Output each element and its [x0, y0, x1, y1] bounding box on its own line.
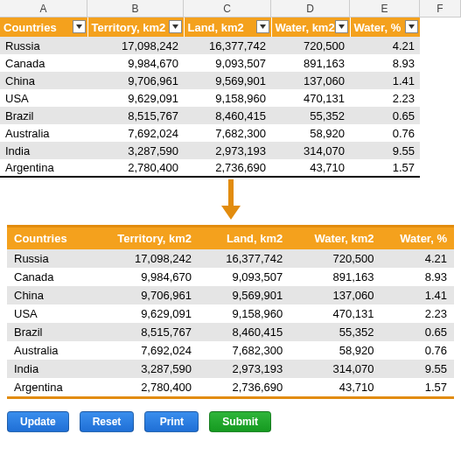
- cell-water[interactable]: 58,920: [271, 124, 350, 142]
- update-button[interactable]: Update: [7, 411, 69, 432]
- cell-land[interactable]: 9,569,901: [184, 72, 271, 89]
- cell-land[interactable]: 9,158,960: [184, 89, 271, 107]
- cell-land[interactable]: 8,460,415: [184, 107, 271, 124]
- cell-territory[interactable]: 9,629,091: [87, 89, 184, 107]
- cell-water-pct[interactable]: 8.93: [350, 54, 420, 72]
- cell-land[interactable]: 2,736,690: [199, 378, 290, 396]
- col-header-c[interactable]: C: [184, 0, 271, 17]
- header-land[interactable]: Land, km2: [184, 18, 271, 37]
- table-row[interactable]: Canada9,984,6709,093,507891,1638.93: [0, 54, 420, 72]
- cell-water[interactable]: 720,500: [271, 37, 350, 54]
- table-row[interactable]: India3,287,5902,973,193314,0709.55: [0, 142, 420, 159]
- table-row[interactable]: USA9,629,0919,158,960470,1312.23: [0, 89, 420, 107]
- cell-water[interactable]: 314,070: [290, 360, 381, 378]
- cell-water-pct[interactable]: 0.76: [350, 124, 420, 142]
- cell-country[interactable]: USA: [7, 304, 98, 323]
- cell-country[interactable]: Russia: [0, 37, 87, 54]
- filter-dropdown-icon[interactable]: [256, 20, 269, 33]
- cell-country[interactable]: Australia: [0, 124, 87, 142]
- cell-country[interactable]: Argentina: [0, 159, 87, 177]
- cell-water-pct[interactable]: 1.41: [381, 286, 454, 304]
- table-row[interactable]: China9,706,9619,569,901137,0601.41: [7, 286, 454, 304]
- cell-territory[interactable]: 9,984,670: [98, 268, 199, 286]
- table-row[interactable]: Canada9,984,6709,093,507891,1638.93: [7, 268, 454, 286]
- cell-water-pct[interactable]: 9.55: [350, 142, 420, 159]
- header-water[interactable]: Water, km2: [271, 18, 350, 37]
- cell-water[interactable]: 137,060: [290, 286, 381, 304]
- table-row[interactable]: Australia7,692,0247,682,30058,9200.76: [7, 341, 454, 360]
- cell-land[interactable]: 16,377,742: [184, 37, 271, 54]
- cell-country[interactable]: Canada: [7, 268, 98, 286]
- cell-land[interactable]: 7,682,300: [184, 124, 271, 142]
- col-header-e[interactable]: E: [350, 0, 420, 17]
- filter-dropdown-icon[interactable]: [335, 20, 348, 33]
- cell-water[interactable]: 55,352: [290, 323, 381, 341]
- cell-water[interactable]: 58,920: [290, 341, 381, 360]
- cell-territory[interactable]: 3,287,590: [87, 142, 184, 159]
- filter-dropdown-icon[interactable]: [73, 20, 86, 33]
- cell-water-pct[interactable]: 1.41: [350, 72, 420, 89]
- cell-water-pct[interactable]: 2.23: [381, 304, 454, 323]
- cell-water[interactable]: 55,352: [271, 107, 350, 124]
- cell-territory[interactable]: 17,098,242: [98, 249, 199, 268]
- cell-water[interactable]: 891,163: [290, 268, 381, 286]
- cell-land[interactable]: 2,736,690: [184, 159, 271, 177]
- table-row[interactable]: Russia17,098,24216,377,742720,5004.21: [7, 249, 454, 268]
- col-header-f[interactable]: F: [420, 0, 461, 17]
- cell-country[interactable]: Russia: [7, 249, 98, 268]
- cell-territory[interactable]: 9,706,961: [87, 72, 184, 89]
- cell-land[interactable]: 9,093,507: [199, 268, 290, 286]
- cell-water[interactable]: 470,131: [290, 304, 381, 323]
- table-row[interactable]: Brazil8,515,7678,460,41555,3520.65: [0, 107, 420, 124]
- cell-country[interactable]: China: [0, 72, 87, 89]
- cell-water-pct[interactable]: 0.65: [381, 323, 454, 341]
- cell-land[interactable]: 2,973,193: [184, 142, 271, 159]
- submit-button[interactable]: Submit: [209, 411, 271, 432]
- table-row[interactable]: Australia7,692,0247,682,30058,9200.76: [0, 124, 420, 142]
- cell-territory[interactable]: 9,706,961: [98, 286, 199, 304]
- table-row[interactable]: Argentina2,780,4002,736,69043,7101.57: [7, 378, 454, 396]
- cell-country[interactable]: Brazil: [7, 323, 98, 341]
- cell-water-pct[interactable]: 1.57: [381, 378, 454, 396]
- cell-territory[interactable]: 7,692,024: [98, 341, 199, 360]
- cell-territory[interactable]: 3,287,590: [98, 360, 199, 378]
- cell-country[interactable]: Brazil: [0, 107, 87, 124]
- filter-dropdown-icon[interactable]: [405, 20, 418, 33]
- cell-territory[interactable]: 8,515,767: [87, 107, 184, 124]
- table-row[interactable]: USA9,629,0919,158,960470,1312.23: [7, 304, 454, 323]
- cell-water-pct[interactable]: 2.23: [350, 89, 420, 107]
- cell-country[interactable]: USA: [0, 89, 87, 107]
- cell-territory[interactable]: 2,780,400: [98, 378, 199, 396]
- cell-water[interactable]: 720,500: [290, 249, 381, 268]
- cell-land[interactable]: 7,682,300: [199, 341, 290, 360]
- cell-land[interactable]: 8,460,415: [199, 323, 290, 341]
- cell-country[interactable]: Canada: [0, 54, 87, 72]
- table-row[interactable]: Argentina2,780,4002,736,69043,7101.57: [0, 159, 420, 177]
- col-header-a[interactable]: A: [0, 0, 87, 17]
- cell-water[interactable]: 470,131: [271, 89, 350, 107]
- cell-land[interactable]: 9,158,960: [199, 304, 290, 323]
- cell-country[interactable]: China: [7, 286, 98, 304]
- header-territory[interactable]: Territory, km2: [87, 18, 184, 37]
- cell-water-pct[interactable]: 0.65: [350, 107, 420, 124]
- filter-dropdown-icon[interactable]: [169, 20, 182, 33]
- cell-water[interactable]: 43,710: [271, 159, 350, 177]
- reset-button[interactable]: Reset: [80, 411, 135, 432]
- table-row[interactable]: Brazil8,515,7678,460,41555,3520.65: [7, 323, 454, 341]
- cell-territory[interactable]: 9,984,670: [87, 54, 184, 72]
- cell-territory[interactable]: 9,629,091: [98, 304, 199, 323]
- cell-country[interactable]: Argentina: [7, 378, 98, 396]
- cell-country[interactable]: India: [7, 360, 98, 378]
- cell-land[interactable]: 9,569,901: [199, 286, 290, 304]
- col-header-b[interactable]: B: [87, 0, 184, 17]
- cell-territory[interactable]: 8,515,767: [98, 323, 199, 341]
- col-header-d[interactable]: D: [271, 0, 350, 17]
- cell-land[interactable]: 2,973,193: [199, 360, 290, 378]
- cell-country[interactable]: India: [0, 142, 87, 159]
- cell-water-pct[interactable]: 0.76: [381, 341, 454, 360]
- cell-water-pct[interactable]: 4.21: [350, 37, 420, 54]
- header-water-pct[interactable]: Water, %: [350, 18, 420, 37]
- cell-land[interactable]: 16,377,742: [199, 249, 290, 268]
- cell-water-pct[interactable]: 9.55: [381, 360, 454, 378]
- header-countries[interactable]: Countries: [0, 18, 87, 37]
